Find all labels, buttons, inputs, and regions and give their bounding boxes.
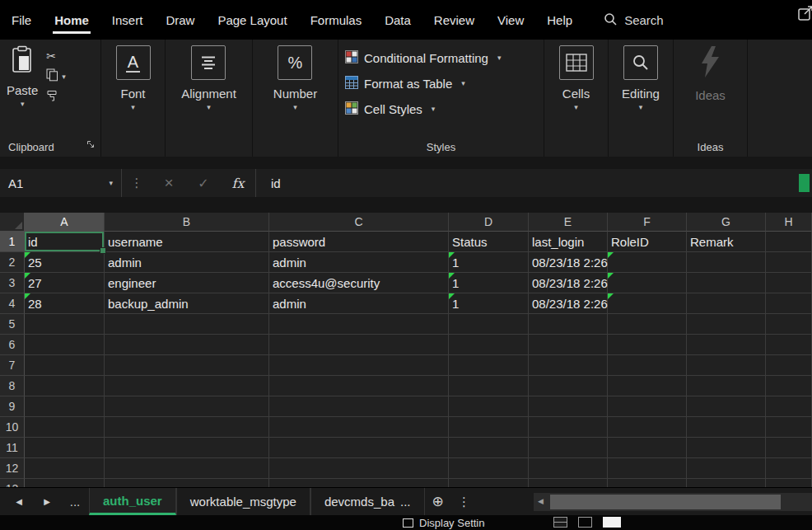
column-header-A[interactable]: A xyxy=(25,213,105,232)
row-header-11[interactable]: 11 xyxy=(0,438,25,458)
cell[interactable] xyxy=(105,438,269,458)
row-header-1[interactable]: 1 xyxy=(0,232,25,252)
sheet-tab-worktable_msgtype[interactable]: worktable_msgtype xyxy=(176,488,310,515)
cell[interactable] xyxy=(529,479,608,487)
sheet-nav-left-icon[interactable]: ◀ xyxy=(5,488,33,515)
formula-bar-handle-icon[interactable]: ⋮ xyxy=(122,176,152,190)
cell[interactable] xyxy=(687,355,766,376)
name-box-caret-icon[interactable]: ▾ xyxy=(109,180,113,187)
formula-input[interactable]: id xyxy=(255,169,799,197)
insert-function-icon[interactable]: fx xyxy=(221,176,255,191)
row-header-4[interactable]: 4 xyxy=(0,293,25,314)
column-header-F[interactable]: F xyxy=(608,213,687,232)
cell[interactable] xyxy=(687,335,766,355)
cell-D3[interactable]: 1 xyxy=(449,273,529,293)
scrollbar-thumb[interactable] xyxy=(550,495,781,509)
cell[interactable] xyxy=(766,396,812,417)
cell-F2[interactable] xyxy=(608,252,687,273)
cell[interactable] xyxy=(25,314,105,335)
cell[interactable] xyxy=(449,417,529,438)
cell[interactable] xyxy=(766,314,812,335)
display-settings-button[interactable]: Display Settings xyxy=(403,517,485,529)
cell[interactable] xyxy=(529,335,608,355)
cell[interactable] xyxy=(25,335,105,355)
cell[interactable] xyxy=(608,458,687,479)
font-button[interactable]: A Font ▾ xyxy=(116,45,151,111)
cell[interactable] xyxy=(105,376,269,396)
ideas-button[interactable]: Ideas xyxy=(695,45,726,101)
cell[interactable] xyxy=(687,396,766,417)
cell[interactable] xyxy=(25,355,105,376)
sheet-nav-right-icon[interactable]: ▶ xyxy=(33,488,61,515)
cell-C2[interactable]: admin xyxy=(269,252,449,273)
tab-data[interactable]: Data xyxy=(373,0,422,40)
tab-draw[interactable]: Draw xyxy=(154,0,206,40)
paste-caret-icon[interactable]: ▾ xyxy=(21,101,25,108)
cell-H4[interactable] xyxy=(766,293,812,314)
cell-C3[interactable]: access4u@security xyxy=(269,273,449,293)
cells-button[interactable]: Cells ▾ xyxy=(559,45,594,111)
cell-F1[interactable]: RoleID xyxy=(608,232,687,252)
format-as-table-button[interactable]: Format as Table ▾ xyxy=(345,71,544,96)
cell-D2[interactable]: 1 xyxy=(449,252,529,273)
normal-view-icon[interactable] xyxy=(553,517,567,528)
cell[interactable] xyxy=(529,438,608,458)
cell-E1[interactable]: last_login xyxy=(529,232,608,252)
row-header-7[interactable]: 7 xyxy=(0,355,25,376)
cell[interactable] xyxy=(529,417,608,438)
cell[interactable] xyxy=(449,438,529,458)
cell-H3[interactable] xyxy=(766,273,812,293)
cell-A3[interactable]: 27 xyxy=(25,273,105,293)
sheet-options-kebab-icon[interactable]: ⋮ xyxy=(451,488,478,515)
cell[interactable] xyxy=(529,396,608,417)
page-break-view-icon[interactable] xyxy=(603,517,621,528)
column-header-C[interactable]: C xyxy=(269,213,449,232)
cell[interactable] xyxy=(105,417,269,438)
cell[interactable] xyxy=(449,335,529,355)
cell[interactable] xyxy=(608,376,687,396)
cell[interactable] xyxy=(766,438,812,458)
alignment-button[interactable]: Alignment ▾ xyxy=(181,45,236,111)
copy-button[interactable]: ▾ xyxy=(46,69,66,84)
editing-button[interactable]: Editing ▾ xyxy=(622,45,660,111)
cell-B4[interactable]: backup_admin xyxy=(105,293,269,314)
cell-G4[interactable] xyxy=(687,293,766,314)
cell-H1[interactable] xyxy=(766,232,812,252)
cell[interactable] xyxy=(529,376,608,396)
cell-H2[interactable] xyxy=(766,252,812,273)
tab-page-layout[interactable]: Page Layout xyxy=(206,0,298,40)
cell[interactable] xyxy=(449,355,529,376)
cell[interactable] xyxy=(269,438,449,458)
cell[interactable] xyxy=(687,458,766,479)
cell[interactable] xyxy=(687,479,766,487)
cell[interactable] xyxy=(105,396,269,417)
cell[interactable] xyxy=(766,417,812,438)
cell-A4[interactable]: 28 xyxy=(25,293,105,314)
sheet-tab-auth_user[interactable]: auth_user xyxy=(89,488,176,515)
column-header-H[interactable]: H xyxy=(766,213,812,232)
cell[interactable] xyxy=(608,438,687,458)
cell-G2[interactable] xyxy=(687,252,766,273)
clipboard-dialog-launcher-icon[interactable] xyxy=(86,138,96,152)
cell[interactable] xyxy=(687,417,766,438)
column-header-G[interactable]: G xyxy=(687,213,766,232)
cut-button[interactable]: ✂ xyxy=(46,49,66,63)
cell[interactable] xyxy=(269,417,449,438)
cell[interactable] xyxy=(269,355,449,376)
row-header-8[interactable]: 8 xyxy=(0,376,25,396)
row-header-10[interactable]: 10 xyxy=(0,417,25,438)
cell[interactable] xyxy=(766,458,812,479)
cell-B1[interactable]: username xyxy=(105,232,269,252)
cell[interactable] xyxy=(687,438,766,458)
cell[interactable] xyxy=(687,376,766,396)
tab-file[interactable]: File xyxy=(0,0,43,40)
cell[interactable] xyxy=(25,438,105,458)
cell-styles-button[interactable]: Cell Styles ▾ xyxy=(345,96,544,122)
cell-A2[interactable]: 25 xyxy=(25,252,105,273)
tab-review[interactable]: Review xyxy=(422,0,486,40)
column-header-E[interactable]: E xyxy=(529,213,608,232)
cell[interactable] xyxy=(105,314,269,335)
number-button[interactable]: % Number ▾ xyxy=(273,45,317,111)
cell-F4[interactable] xyxy=(608,293,687,314)
column-header-D[interactable]: D xyxy=(449,213,529,232)
